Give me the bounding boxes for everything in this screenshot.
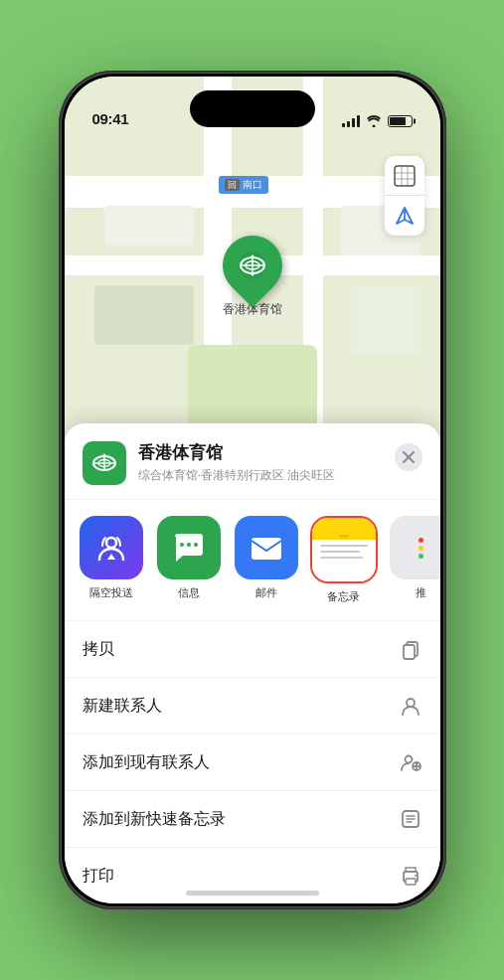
- map-controls: [385, 156, 424, 236]
- more-dots: [419, 538, 423, 559]
- map-type-icon: [394, 165, 416, 187]
- location-subtitle: 综合体育馆·香港特别行政区 油尖旺区: [138, 467, 383, 484]
- add-existing-icon: [399, 750, 422, 774]
- road-label: 回南口: [219, 176, 268, 194]
- share-airdrop[interactable]: 隔空投送: [77, 516, 146, 604]
- mail-label: 邮件: [255, 585, 277, 600]
- svg-point-17: [187, 543, 191, 547]
- battery-icon: [388, 115, 413, 127]
- airdrop-label: 隔空投送: [89, 585, 133, 600]
- home-indicator: [186, 891, 319, 896]
- add-notes-icon: [399, 807, 422, 831]
- new-contact-icon: [399, 694, 422, 718]
- new-contact-label: 新建联系人: [83, 696, 162, 717]
- svg-point-18: [194, 543, 198, 547]
- action-list: 拷贝 新建联系人: [65, 621, 440, 903]
- messages-label: 信息: [178, 585, 200, 600]
- close-icon: [403, 451, 415, 463]
- svg-rect-21: [404, 645, 415, 659]
- close-button[interactable]: [395, 443, 422, 471]
- location-header: 香港体育馆 综合体育馆·香港特别行政区 油尖旺区: [65, 423, 440, 500]
- action-add-existing[interactable]: 添加到现有联系人: [65, 735, 440, 791]
- svg-point-22: [407, 699, 415, 707]
- print-label: 打印: [83, 866, 114, 887]
- status-time: 09:41: [92, 110, 129, 127]
- stadium-pin[interactable]: 香港体育馆: [223, 236, 282, 318]
- share-more[interactable]: 推: [387, 516, 440, 604]
- action-new-contact[interactable]: 新建联系人: [65, 678, 440, 735]
- svg-point-12: [102, 454, 105, 457]
- copy-label: 拷贝: [83, 639, 114, 660]
- share-notes[interactable]: 备忘录: [309, 516, 379, 604]
- notes-label: 备忘录: [327, 589, 360, 604]
- add-existing-label: 添加到现有联系人: [83, 752, 210, 773]
- more-label: 推: [416, 585, 426, 600]
- location-info: 香港体育馆 综合体育馆·香港特别行政区 油尖旺区: [138, 441, 383, 484]
- dynamic-island: [190, 90, 315, 127]
- mail-icon: [248, 529, 285, 567]
- wifi-icon: [366, 115, 382, 127]
- action-add-notes[interactable]: 添加到新快速备忘录: [65, 791, 440, 848]
- svg-point-15: [106, 538, 116, 548]
- share-mail[interactable]: 邮件: [232, 516, 301, 604]
- phone-screen: 09:41: [65, 77, 440, 903]
- phone-frame: 09:41: [59, 71, 446, 909]
- add-notes-label: 添加到新快速备忘录: [83, 809, 226, 830]
- svg-point-16: [180, 543, 184, 547]
- location-name: 香港体育馆: [138, 441, 383, 464]
- venue-stadium-icon: [90, 449, 118, 477]
- svg-point-33: [415, 875, 417, 877]
- action-copy[interactable]: 拷贝: [65, 621, 440, 678]
- airdrop-icon: [93, 530, 129, 566]
- copy-icon: [399, 637, 422, 661]
- location-button[interactable]: [385, 196, 424, 236]
- bottom-sheet: 香港体育馆 综合体育馆·香港特别行政区 油尖旺区: [65, 423, 440, 903]
- svg-rect-32: [406, 879, 416, 885]
- stadium-icon: [237, 249, 268, 281]
- print-icon: [399, 864, 422, 888]
- share-messages[interactable]: 信息: [154, 516, 224, 604]
- svg-point-23: [405, 756, 412, 763]
- svg-rect-7: [395, 166, 415, 186]
- location-arrow-icon: [395, 206, 415, 226]
- svg-rect-19: [252, 538, 281, 560]
- messages-icon: [170, 529, 208, 567]
- location-venue-icon: [83, 441, 126, 485]
- signal-icon: [342, 115, 360, 127]
- map-type-button[interactable]: [385, 156, 424, 196]
- status-icons: [342, 115, 413, 127]
- share-row: 隔空投送 信息: [65, 500, 440, 621]
